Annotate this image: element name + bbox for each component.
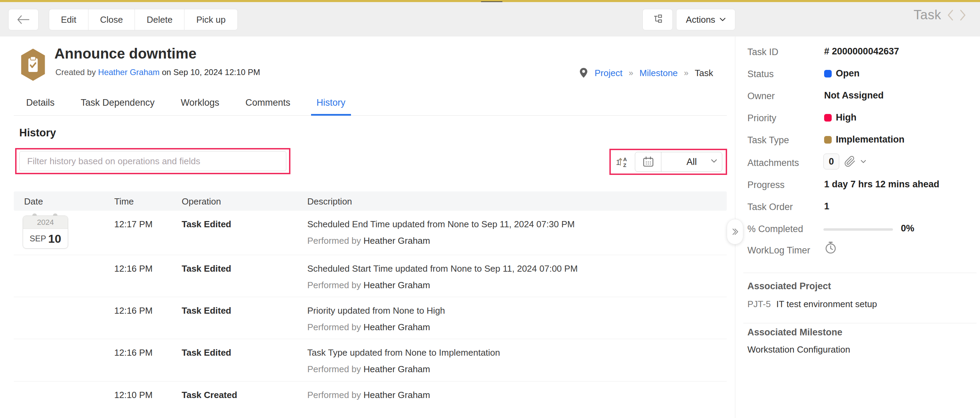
chevron-down-icon xyxy=(711,159,717,163)
task-title: Announce downtime xyxy=(54,45,196,62)
tab-worklogs[interactable]: Worklogs xyxy=(175,90,225,115)
stopwatch-icon xyxy=(824,240,838,255)
row-time: 12:17 PM xyxy=(114,219,153,230)
chevron-left-icon[interactable] xyxy=(947,9,954,21)
chevron-down-icon xyxy=(719,18,726,22)
field-label-attachments: Attachments xyxy=(748,158,799,168)
breadcrumb-separator: » xyxy=(684,68,689,78)
breadcrumb-project-link[interactable]: Project xyxy=(595,68,622,78)
row-description: Priority updated from None to High xyxy=(307,305,445,316)
percent-completed-value: 0% xyxy=(901,223,914,234)
table-row: 12:16 PM Task Edited Scheduled Start Tim… xyxy=(14,255,727,297)
page-title-area: Task xyxy=(913,8,967,22)
field-value-priority[interactable]: High xyxy=(824,112,856,123)
worklog-timer-button[interactable] xyxy=(824,240,838,257)
back-button[interactable] xyxy=(8,9,38,30)
row-operation: Task Created xyxy=(182,390,237,400)
edit-button[interactable]: Edit xyxy=(49,9,88,30)
section-divider xyxy=(743,323,977,323)
page-title: Task xyxy=(913,8,941,22)
arrow-left-icon xyxy=(16,15,30,24)
field-value-task-type[interactable]: Implementation xyxy=(824,134,905,145)
field-label-task-type: Task Type xyxy=(748,135,789,146)
row-operation: Task Edited xyxy=(182,219,231,230)
pickup-button[interactable]: Pick up xyxy=(184,9,237,30)
tab-history[interactable]: History xyxy=(311,90,351,115)
field-value-status[interactable]: Open xyxy=(824,68,859,79)
history-controls-highlight-box: 1 A Z All xyxy=(609,149,727,175)
associated-project-heading: Associated Project xyxy=(748,281,831,292)
chevron-down-icon[interactable] xyxy=(861,160,866,164)
task-type-hexagon-icon xyxy=(19,48,47,81)
sort-numeric-alpha-icon: 1 A Z xyxy=(614,154,630,169)
double-chevron-right-icon xyxy=(730,227,740,236)
tab-details[interactable]: Details xyxy=(21,90,60,115)
edit-button-label: Edit xyxy=(61,14,76,25)
chevron-right-icon[interactable] xyxy=(959,9,967,21)
svg-text:A: A xyxy=(623,156,627,162)
tab-bar: Details Task Dependency Worklogs Comment… xyxy=(14,90,727,116)
row-performed-by: Performed by Heather Graham xyxy=(307,280,430,290)
operation-filter-dropdown[interactable]: All xyxy=(661,152,722,171)
paperclip-icon[interactable] xyxy=(844,156,856,168)
created-prefix: Created by xyxy=(56,67,95,77)
close-button[interactable]: Close xyxy=(88,9,135,30)
created-by-link[interactable]: Heather Graham xyxy=(98,67,160,77)
history-filter-input[interactable] xyxy=(19,151,286,171)
delete-button[interactable]: Delete xyxy=(135,9,185,30)
column-header-date: Date xyxy=(24,196,43,207)
task-action-buttons: Edit Close Delete Pick up xyxy=(49,9,238,30)
associated-milestone-value[interactable]: Workstation Configuration xyxy=(748,344,850,355)
row-performed-by: Performed by Heather Graham xyxy=(307,364,430,375)
date-group-badge: 2024 SEP 10 xyxy=(23,215,68,249)
task-created-line: Created by Heather Graham on Sep 10, 202… xyxy=(56,67,260,77)
breadcrumb-milestone-link[interactable]: Milestone xyxy=(640,68,678,78)
attachments-count[interactable]: 0 xyxy=(823,153,839,169)
row-description: Scheduled Start Time updated from None t… xyxy=(307,263,578,274)
sort-button[interactable]: 1 A Z xyxy=(614,153,630,170)
section-divider xyxy=(743,273,977,273)
field-value-owner[interactable]: Not Assigned xyxy=(824,90,884,101)
row-time: 12:16 PM xyxy=(114,263,153,274)
row-description: Scheduled End Time updated from None to … xyxy=(307,219,575,230)
field-label-task-id: Task ID xyxy=(748,47,778,57)
calendar-icon xyxy=(642,155,655,168)
panel-collapse-button[interactable] xyxy=(727,219,743,244)
row-performed-by: Performed by Heather Graham xyxy=(307,390,430,400)
history-range-control: All xyxy=(635,152,722,172)
row-operation: Task Edited xyxy=(182,305,231,316)
location-pin-icon xyxy=(579,67,589,78)
table-row: 12:16 PM Task Edited Priority updated fr… xyxy=(14,297,727,339)
created-suffix: on Sep 10, 2024 12:10 PM xyxy=(162,67,261,77)
associated-project-value[interactable]: PJT-5IT test environment setup xyxy=(748,299,877,310)
delete-button-label: Delete xyxy=(146,14,172,25)
row-operation: Task Edited xyxy=(182,263,231,274)
close-button-label: Close xyxy=(100,14,123,25)
breadcrumb-current: Task xyxy=(695,68,713,78)
associated-milestone-heading: Associated Milestone xyxy=(748,327,842,338)
field-label-task-order: Task Order xyxy=(748,202,793,212)
actions-button[interactable]: Actions xyxy=(676,9,735,30)
date-badge-month: SEP xyxy=(30,234,46,243)
field-label-percent-completed: % Completed xyxy=(748,224,803,235)
column-header-operation: Operation xyxy=(182,196,221,207)
hierarchy-icon xyxy=(652,14,663,26)
pickup-button-label: Pick up xyxy=(196,14,225,25)
tab-comments[interactable]: Comments xyxy=(240,90,296,115)
history-table-header: Date Time Operation Description xyxy=(14,191,727,211)
field-label-owner: Owner xyxy=(748,91,775,102)
task-hierarchy-button[interactable] xyxy=(643,9,673,30)
field-value-task-order: 1 xyxy=(824,201,829,212)
operation-filter-value: All xyxy=(686,157,697,168)
field-label-priority: Priority xyxy=(748,113,776,124)
attachments-control: 0 xyxy=(823,153,866,169)
svg-text:Z: Z xyxy=(623,162,626,168)
field-label-status: Status xyxy=(748,69,774,80)
date-badge-day: 10 xyxy=(48,232,61,246)
calendar-filter-button[interactable] xyxy=(635,152,661,171)
field-label-progress: Progress xyxy=(748,180,784,190)
tab-task-dependency[interactable]: Task Dependency xyxy=(75,90,160,115)
field-label-worklog-timer: WorkLog Timer xyxy=(748,245,810,256)
column-header-description: Description xyxy=(307,196,352,207)
status-color-swatch xyxy=(824,70,832,78)
